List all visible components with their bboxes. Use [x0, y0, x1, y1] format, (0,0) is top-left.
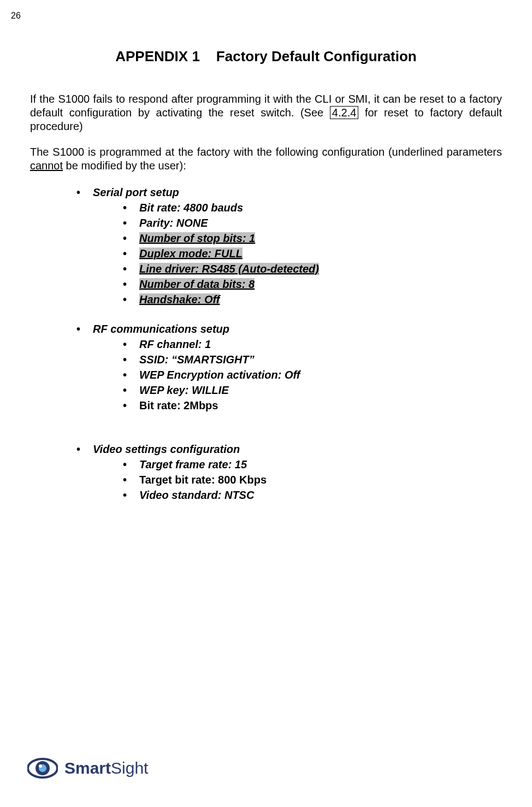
list-item: Line driver: RS485 (Auto-detected)	[123, 261, 502, 276]
logo-text: SmartSight	[64, 759, 148, 777]
item-text: WEP key: WILLIE	[139, 384, 229, 396]
list-item: Parity: NONE	[123, 215, 502, 231]
group-heading: RF communications setup RF channel: 1 SS…	[76, 321, 502, 413]
item-text: Line driver: RS485 (Auto-detected)	[139, 263, 319, 275]
list-item: Bit rate: 4800 bauds	[123, 200, 502, 215]
item-text: Bit rate: 2Mbps	[139, 399, 218, 411]
para2-pre: The S1000 is programmed at the factory w…	[30, 146, 502, 158]
group-heading-text: Serial port setup	[93, 186, 179, 198]
title-part-1: APPENDIX 1	[115, 48, 200, 64]
list-item: Number of stop bits: 1	[123, 231, 502, 246]
list-item: WEP key: WILLIE	[123, 382, 502, 398]
footer-logo: SmartSight	[27, 757, 148, 780]
list-item: Target frame rate: 15	[123, 457, 502, 472]
item-text: Parity: NONE	[139, 217, 208, 229]
item-text: SSID: “SMARTSIGHT”	[139, 354, 255, 366]
list-item: Duplex mode: FULL	[123, 246, 502, 261]
group-serial-port: Serial port setup Bit rate: 4800 bauds P…	[30, 185, 502, 307]
item-text: Bit rate: 4800 bauds	[139, 202, 243, 214]
group-heading: Serial port setup Bit rate: 4800 bauds P…	[76, 185, 502, 307]
logo-brand-bold: Smart	[64, 759, 111, 777]
group-rf-comm: RF communications setup RF channel: 1 SS…	[30, 321, 502, 413]
item-text: Handshake: Off	[139, 293, 220, 305]
item-text: WEP Encryption activation: Off	[139, 369, 300, 381]
item-text: Duplex mode: FULL	[139, 248, 243, 260]
page: 26 APPENDIX 1Factory Default Configurati…	[0, 0, 532, 807]
reference-link[interactable]: 4.2.4	[330, 106, 358, 119]
list-item: Target bit rate: 800 Kbps	[123, 472, 502, 487]
para2-cannot: cannot	[30, 160, 63, 172]
group-heading-text: RF communications setup	[93, 323, 229, 335]
group-heading-text: Video settings configuration	[93, 443, 240, 455]
eye-icon	[27, 757, 58, 780]
list-item: Number of data bits: 8	[123, 276, 502, 292]
page-number: 26	[11, 11, 483, 21]
list-item: SSID: “SMARTSIGHT”	[123, 352, 502, 367]
paragraph-1: If the S1000 fails to respond after prog…	[30, 92, 502, 133]
list-item: RF channel: 1	[123, 337, 502, 352]
svg-point-3	[39, 764, 42, 768]
list-item: Video standard: NTSC	[123, 487, 502, 503]
item-text: Number of data bits: 8	[139, 278, 255, 290]
item-text: Target frame rate: 15	[139, 458, 247, 470]
page-title: APPENDIX 1Factory Default Configuration	[30, 48, 502, 65]
list-item: WEP Encryption activation: Off	[123, 367, 502, 382]
item-text: Video standard: NTSC	[139, 489, 254, 501]
group-heading: Video settings configuration Target fram…	[76, 441, 502, 503]
list-item: Bit rate: 2Mbps	[123, 398, 502, 413]
item-text: Target bit rate: 800 Kbps	[139, 474, 267, 486]
list-item: Handshake: Off	[123, 292, 502, 307]
title-part-2: Factory Default Configuration	[216, 48, 417, 64]
group-video-settings: Video settings configuration Target fram…	[30, 441, 502, 503]
para2-post: be modified by the user):	[63, 160, 186, 172]
logo-brand-rest: Sight	[111, 759, 148, 777]
item-text: RF channel: 1	[139, 338, 211, 350]
paragraph-2: The S1000 is programmed at the factory w…	[30, 145, 502, 173]
item-text: Number of stop bits: 1	[139, 232, 255, 244]
